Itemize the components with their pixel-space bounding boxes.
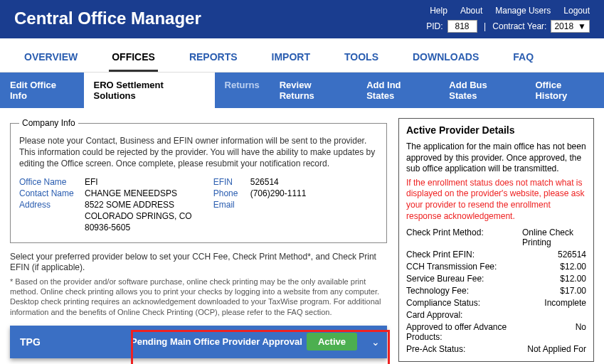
row-address-2: COLORADO SPRINGS, CO	[19, 211, 192, 221]
row-office-name: Office NameEFI	[19, 177, 192, 187]
subtab-ero-settlement[interactable]: ERO Settlement Solutions	[84, 73, 215, 108]
subtab-edit-office-info[interactable]: Edit Office Info	[0, 73, 84, 108]
ap-row: Technology Fee:$17.00	[406, 286, 586, 296]
tab-import[interactable]: IMPORT	[269, 46, 313, 72]
provider-row-tpg[interactable]: TPG Pending Main Office Provider Approva…	[10, 326, 387, 358]
contract-year-select[interactable]: 2018 ▼	[551, 20, 590, 33]
active-provider-title: Active Provider Details	[406, 124, 586, 136]
active-provider-warning: If the enrollment status does not match …	[406, 178, 586, 222]
ap-row: Approved to offer Advance Products:No	[406, 322, 586, 342]
ap-value: $17.00	[560, 286, 586, 296]
tab-tools[interactable]: TOOLS	[341, 46, 381, 72]
ap-label: CCH Transmission Fee:	[406, 262, 497, 272]
tab-overview[interactable]: OVERVIEW	[21, 46, 80, 72]
tab-faq[interactable]: FAQ	[510, 46, 536, 72]
ap-value: 526514	[558, 250, 586, 259]
pid-label: PID:	[426, 21, 443, 31]
tab-downloads[interactable]: DOWNLOADS	[410, 46, 482, 72]
ap-row: CCH Transmission Fee:$12.00	[406, 262, 586, 272]
label-office-name: Office Name	[19, 177, 79, 187]
value-office-name: EFI	[85, 177, 98, 187]
row-address-1: Address8522 SOME ADDRESS	[19, 200, 192, 210]
link-about[interactable]: About	[460, 6, 482, 16]
company-left-col: Office NameEFI Contact NameCHANGE MENEED…	[19, 177, 192, 232]
ap-label: Technology Fee:	[406, 286, 469, 296]
link-logout[interactable]: Logout	[563, 6, 590, 16]
provider-active-button[interactable]: Active	[307, 333, 357, 350]
subtab-add-ind-states[interactable]: Add Ind States	[356, 73, 439, 108]
subtab-add-bus-states[interactable]: Add Bus States	[439, 73, 525, 108]
value-address-2: COLORADO SPRINGS, CO	[85, 211, 192, 221]
ap-value: Incomplete	[544, 298, 586, 308]
content: Company Info Please note your Contact, B…	[0, 108, 604, 364]
provider-status: Pending Main Office Provider Approval	[131, 336, 307, 347]
value-contact-name: CHANGE MENEEDSPS	[85, 188, 177, 198]
label-email: Email	[213, 200, 245, 210]
link-manage-users[interactable]: Manage Users	[495, 6, 551, 16]
value-phone: (706)290-1111	[250, 188, 307, 198]
ap-row: Card Approval:	[406, 310, 586, 320]
ap-label: Service Bureau Fee:	[406, 274, 484, 284]
subtab-office-history[interactable]: Office History	[525, 73, 604, 108]
row-efin: EFIN526514	[213, 177, 307, 187]
header-right: Help About Manage Users Logout PID: 818 …	[426, 6, 590, 33]
company-info-legend: Company Info	[19, 118, 78, 128]
chevron-down-icon[interactable]: ⌄	[364, 336, 387, 348]
label-contact-name: Contact Name	[19, 188, 79, 198]
subtab-returns[interactable]: Returns	[215, 73, 270, 108]
row-email: Email	[213, 200, 307, 210]
contract-year-value: 2018	[554, 21, 573, 31]
ap-value: No	[576, 322, 586, 342]
app-title: Central Office Manager	[14, 9, 201, 28]
app-header: Central Office Manager Help About Manage…	[0, 0, 604, 38]
ap-row: Check Print Method:Online Check Printing	[406, 228, 586, 247]
top-links: Help About Manage Users Logout	[426, 6, 590, 16]
value-efin: 526514	[250, 177, 279, 187]
subtab-review-returns[interactable]: Review Returns	[270, 73, 356, 108]
pid-separator: |	[482, 21, 489, 31]
ap-label: Check Print Method:	[406, 228, 484, 247]
ap-row: Compliance Status:Incomplete	[406, 298, 586, 308]
ap-value: Not Applied For	[527, 344, 586, 354]
label-blank-2	[19, 223, 79, 232]
company-info-grid: Office NameEFI Contact NameCHANGE MENEED…	[19, 177, 378, 232]
company-note: Please note your Contact, Business and E…	[19, 135, 378, 170]
row-address-3: 80936-5605	[19, 223, 192, 232]
ap-label: Compliance Status:	[406, 298, 480, 308]
value-address-1: 8522 SOME ADDRESS	[85, 200, 174, 210]
label-blank-1	[19, 211, 79, 221]
ap-row: Check Print EFIN:526514	[406, 250, 586, 259]
ap-value: $12.00	[560, 274, 586, 284]
pref-footnote: * Based on the provider and/or software …	[10, 277, 387, 317]
chevron-down-icon: ▼	[578, 21, 586, 31]
link-help[interactable]: Help	[430, 6, 447, 16]
label-address: Address	[19, 200, 79, 210]
ap-row: Service Bureau Fee:$12.00	[406, 274, 586, 284]
sub-tabs: Edit Office Info ERO Settlement Solution…	[0, 73, 604, 108]
active-provider-text: The application for the main office has …	[406, 141, 586, 175]
row-contact-name: Contact NameCHANGE MENEEDSPS	[19, 188, 192, 198]
tab-reports[interactable]: REPORTS	[186, 46, 240, 72]
ap-label: Card Approval:	[406, 310, 462, 320]
providers-wrapper: TPG Pending Main Office Provider Approva…	[10, 326, 387, 364]
label-efin: EFIN	[213, 177, 245, 187]
ap-value: Online Check Printing	[522, 228, 586, 247]
ap-row: Pre-Ack Status:Not Applied For	[406, 344, 586, 354]
ap-label: Pre-Ack Status:	[406, 344, 465, 354]
label-phone: Phone	[213, 188, 245, 198]
company-right-col: EFIN526514 Phone(706)290-1111 Email	[213, 177, 307, 232]
pref-text: Select your preferred provider below to …	[10, 252, 387, 274]
contract-year-label: Contract Year:	[492, 21, 546, 31]
value-address-3: 80936-5605	[85, 223, 130, 232]
ap-label: Approved to offer Advance Products:	[406, 322, 520, 342]
pid-value: 818	[447, 20, 477, 33]
provider-name: TPG	[10, 336, 131, 348]
row-phone: Phone(706)290-1111	[213, 188, 307, 198]
company-info-fieldset: Company Info Please note your Contact, B…	[10, 118, 387, 243]
active-provider-box: Active Provider Details The application …	[398, 118, 594, 362]
pid-row: PID: 818 | Contract Year: 2018 ▼	[426, 20, 590, 33]
main-tabs: OVERVIEW OFFICES REPORTS IMPORT TOOLS DO…	[0, 38, 604, 73]
left-column: Company Info Please note your Contact, B…	[10, 118, 387, 364]
ap-value: $12.00	[560, 262, 586, 272]
tab-offices[interactable]: OFFICES	[109, 46, 158, 72]
